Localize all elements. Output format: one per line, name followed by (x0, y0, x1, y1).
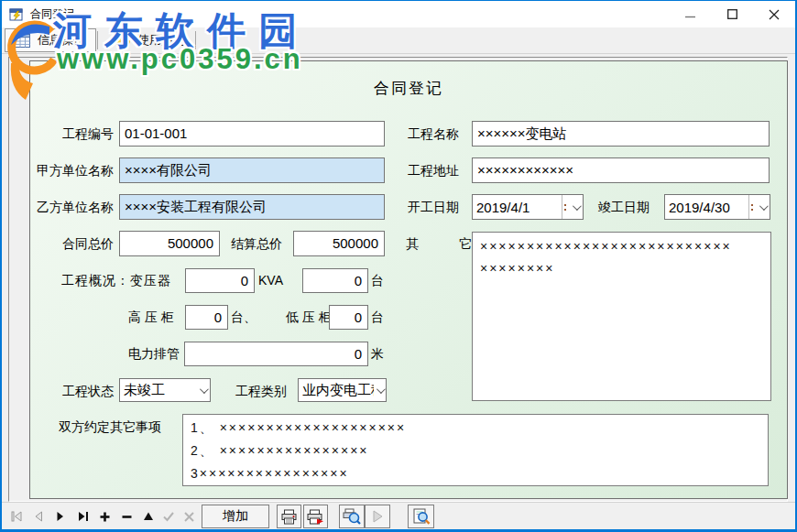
nav-delete-icon (121, 511, 133, 523)
nav-first-button[interactable] (5, 505, 27, 527)
party-a-label: 甲方单位名称 (30, 163, 114, 179)
address-label: 工程地址 (408, 163, 459, 179)
print-button[interactable] (277, 505, 301, 528)
bottom-toolbar: 增加 (2, 502, 795, 529)
info-operation-button[interactable]: 信息操作 (5, 28, 96, 52)
add-record-button[interactable]: 增加 (202, 505, 269, 528)
combo-divider (748, 195, 749, 219)
settle-total-label: 结算总价 (231, 236, 282, 253)
title-bar: 合同登记 (2, 1, 795, 27)
end-date-picker[interactable]: 2019/4/30 (664, 194, 770, 220)
nav-prior-icon (32, 511, 45, 522)
nav-next-icon (54, 511, 67, 522)
minimize-icon (685, 9, 695, 19)
info-operation-label: 信息操作 (38, 32, 85, 49)
hv-cabinet-label: 高 压 柜 (128, 309, 174, 326)
chevron-down-icon (377, 385, 386, 394)
address-input[interactable]: ×××××××××××× (472, 157, 770, 183)
nav-edit-icon (142, 511, 155, 522)
project-no-input[interactable]: 01-01-001 (119, 121, 385, 147)
contract-form-panel: 合同登记 工程编号 01-01-001 工程名称 ××××××变电站 甲方单位名… (29, 60, 788, 499)
form-title: 合同登记 (30, 78, 787, 99)
nav-delete-button[interactable] (115, 505, 137, 527)
other-label-right: 它 (459, 236, 472, 253)
end-date-value: 2019/4/30 (665, 200, 748, 215)
toolbar-separator (195, 31, 196, 49)
kva-input[interactable]: 0 (185, 268, 255, 293)
other-label-left: 其 (406, 236, 419, 253)
nav-insert-icon (99, 511, 111, 523)
kva-unit-label: KVA (258, 273, 283, 288)
minimize-button[interactable] (669, 1, 711, 27)
window-title: 合同登记 (30, 6, 669, 22)
print-preview-button[interactable] (339, 505, 365, 528)
start-date-value: 2019/4/1 (473, 200, 562, 215)
category-dropdown-button[interactable] (374, 387, 386, 394)
print-export-icon (307, 509, 324, 525)
party-b-label: 乙方单位名称 (30, 200, 114, 216)
lv-cabinet-label: 低 压 柜 (286, 309, 332, 326)
category-select[interactable]: 业内变电工程 (298, 378, 387, 402)
nav-last-button[interactable] (71, 505, 93, 527)
nav-prior-button[interactable] (27, 505, 49, 527)
nav-post-button[interactable] (158, 505, 180, 527)
transformer-unit-label: 台 (371, 273, 384, 289)
transformer-count-input[interactable]: 0 (302, 268, 368, 293)
help-icon: ? (115, 33, 130, 48)
nav-insert-button[interactable] (93, 505, 115, 527)
project-name-input[interactable]: ××××××变电站 (472, 121, 770, 147)
contract-total-label: 合同总价 (30, 236, 114, 253)
duct-label: 电力排管 (128, 346, 180, 363)
maximize-icon (727, 9, 737, 19)
app-window: 合同登记 信息操作 ? (0, 0, 797, 532)
other-textarea[interactable]: ××××××××××××××××××××××××××× ×××××××× (472, 232, 771, 401)
overview-label: 工程概况：变压器 (61, 273, 171, 289)
start-date-picker[interactable]: 2019/4/1 (472, 194, 584, 220)
play-icon (370, 509, 385, 524)
duct-unit-label: 米 (371, 346, 384, 363)
user-guide-label: 使用指南 (137, 32, 185, 49)
duct-input[interactable]: 0 (184, 342, 368, 366)
category-label: 工程类别 (235, 384, 287, 400)
search-document-button[interactable] (408, 505, 434, 528)
project-name-label: 工程名称 (408, 126, 459, 143)
client-area: 合同登记 工程编号 01-01-001 工程名称 ××××××变电站 甲方单位名… (2, 54, 795, 503)
nav-cancel-button[interactable] (178, 505, 200, 527)
nav-next-button[interactable] (49, 505, 71, 527)
lv-cabinet-input[interactable]: 0 (329, 305, 368, 330)
status-value: 未竣工 (120, 382, 195, 399)
app-icon (9, 7, 24, 22)
print-icon (280, 509, 298, 525)
chevron-down-icon (759, 201, 768, 211)
status-label: 工程状态 (30, 384, 114, 400)
status-dropdown-button[interactable] (195, 387, 210, 394)
hv-cabinet-input[interactable]: 0 (185, 305, 228, 330)
play-button[interactable] (365, 505, 390, 528)
close-button[interactable] (753, 1, 795, 27)
start-date-label: 开工日期 (408, 200, 459, 216)
search-document-icon (412, 508, 431, 525)
start-date-dropdown-button[interactable] (568, 204, 583, 211)
project-no-label: 工程编号 (30, 126, 114, 143)
nav-edit-button[interactable] (137, 505, 159, 527)
end-date-label: 竣工日期 (598, 200, 650, 216)
maximize-button[interactable] (711, 1, 753, 27)
print-export-button[interactable] (303, 505, 328, 528)
agreement-textarea[interactable]: 1、 ×××××××××××××××××××× 2、 ×××××××××××××… (182, 414, 769, 486)
contract-total-input[interactable]: 500000 (119, 231, 220, 256)
other-label: 其 它 (406, 236, 472, 253)
print-preview-icon (343, 508, 361, 525)
settle-total-input[interactable]: 500000 (293, 231, 385, 256)
party-b-input[interactable]: ××××安装工程有限公司 (119, 194, 385, 220)
close-icon (769, 9, 780, 20)
party-a-input[interactable]: ××××有限公司 (119, 157, 385, 183)
nav-last-icon (76, 511, 90, 522)
user-guide-button[interactable]: ? 使用指南 (106, 28, 194, 52)
status-select[interactable]: 未竣工 (119, 378, 211, 402)
combo-grip (564, 204, 566, 206)
lv-unit-label: 台 (371, 309, 384, 326)
toolbar-separator (97, 31, 98, 49)
chevron-down-icon (199, 385, 208, 394)
table-icon (15, 34, 30, 48)
end-date-dropdown-button[interactable] (755, 204, 770, 211)
